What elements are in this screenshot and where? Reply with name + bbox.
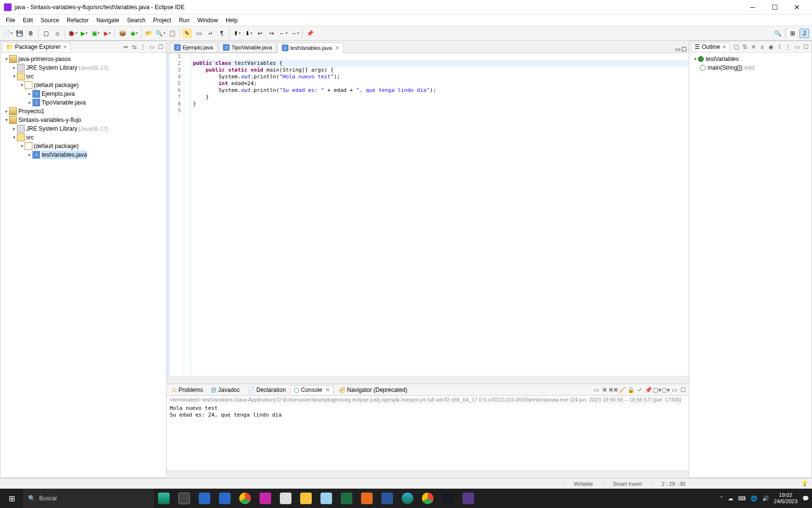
- close-icon[interactable]: ✕: [63, 44, 67, 50]
- editor-body[interactable]: 123456789 public class testVariables { p…: [167, 53, 689, 376]
- collapse-all-icon[interactable]: ⇔: [122, 43, 130, 51]
- menu-navigate[interactable]: Navigate: [92, 16, 123, 25]
- java-file[interactable]: Ejemplo.java: [42, 90, 75, 98]
- tab-problems[interactable]: ⚠ Problems: [169, 386, 206, 394]
- system-tray[interactable]: ˄ ☁ ⌨ 🌐 🔊 19:02 24/6/2023 💬: [720, 492, 812, 505]
- external-tools-button[interactable]: ▶: [102, 29, 112, 38]
- start-button[interactable]: ⊞: [0, 489, 23, 508]
- sort-icon[interactable]: ⇅: [741, 43, 749, 51]
- tray-chevron-icon[interactable]: ˄: [720, 495, 723, 502]
- expand-toggle[interactable]: ▾: [3, 55, 9, 63]
- clear-console-icon[interactable]: 🧹: [618, 386, 626, 394]
- tray-network-icon[interactable]: 🌐: [751, 495, 757, 502]
- project-name[interactable]: Sintaxis-variables-y-flujo: [18, 116, 81, 124]
- last-edit-button[interactable]: ↩: [255, 29, 265, 38]
- toggle-word-wrap-button[interactable]: ⤶: [205, 29, 215, 38]
- fold-gutter[interactable]: [184, 53, 191, 376]
- java-perspective-button[interactable]: J: [799, 29, 809, 38]
- taskbar-app-icon[interactable]: [255, 489, 276, 508]
- close-icon[interactable]: ✕: [325, 387, 330, 393]
- taskbar-eclipse-icon[interactable]: [458, 489, 478, 508]
- taskbar-notepad-icon[interactable]: [316, 489, 336, 508]
- java-file[interactable]: testVariables.java: [42, 150, 87, 159]
- forward-edit-button[interactable]: ↪: [267, 29, 276, 38]
- expand-toggle[interactable]: ▾: [11, 133, 17, 142]
- expand-toggle[interactable]: ▸: [11, 63, 17, 72]
- menu-file[interactable]: File: [2, 16, 19, 25]
- hide-local-icon[interactable]: l: [776, 43, 783, 51]
- open-console-button[interactable]: ▢: [41, 29, 51, 38]
- code-area[interactable]: public class testVariables { public stat…: [191, 53, 689, 376]
- debug-button[interactable]: 🐞: [68, 29, 77, 38]
- tab-declaration[interactable]: 📄 Declaration: [245, 386, 289, 394]
- open-console-icon[interactable]: ▢▾: [662, 386, 669, 394]
- menu-edit[interactable]: Edit: [19, 16, 37, 25]
- outline-method[interactable]: main(String[]): [708, 63, 742, 72]
- minimize-editor-icon[interactable]: ▭: [675, 46, 681, 53]
- minimize-panel-icon[interactable]: ▭: [148, 43, 156, 51]
- taskbar-explorer-icon[interactable]: [296, 489, 316, 508]
- expand-toggle[interactable]: ▾: [692, 55, 698, 63]
- package-name[interactable]: (default package): [34, 142, 79, 150]
- taskbar-excel-icon[interactable]: [336, 489, 357, 508]
- expand-toggle[interactable]: ▾: [3, 116, 9, 124]
- open-perspective-button[interactable]: ⊞: [788, 29, 798, 38]
- taskbar-word-icon[interactable]: [377, 489, 397, 508]
- skip-breakpoints-button[interactable]: ⦸: [53, 29, 62, 38]
- menu-run[interactable]: Run: [175, 16, 193, 25]
- menu-source[interactable]: Source: [37, 16, 63, 25]
- maximize-button[interactable]: ☐: [764, 0, 786, 15]
- open-task-button[interactable]: 📋: [167, 29, 177, 38]
- tip-icon[interactable]: 💡: [801, 480, 808, 487]
- menu-search[interactable]: Search: [123, 16, 149, 25]
- scroll-lock-icon[interactable]: 🔒: [627, 386, 635, 394]
- tray-notifications-icon[interactable]: 💬: [802, 495, 809, 502]
- outline-tree[interactable]: ▾testVariables main(String[]) : void: [689, 53, 812, 478]
- tab-javadoc[interactable]: @ Javadoc: [208, 386, 243, 394]
- expand-toggle[interactable]: ▸: [27, 150, 32, 159]
- taskbar-weather-icon[interactable]: [154, 489, 174, 508]
- expand-toggle[interactable]: ▸: [27, 98, 32, 107]
- editor-tab-testvariables[interactable]: JtestVariables.java✕: [277, 43, 344, 53]
- forward-button[interactable]: →: [290, 29, 300, 38]
- save-button[interactable]: 💾: [14, 29, 24, 38]
- expand-toggle[interactable]: ▾: [19, 81, 25, 90]
- project-name[interactable]: java-primeros-pasos: [18, 55, 71, 63]
- tab-navigator[interactable]: 🧭 Navigator (Deprecated): [335, 386, 410, 394]
- terminate-icon[interactable]: ▭: [592, 386, 600, 394]
- remove-all-icon[interactable]: ✖✖: [609, 386, 617, 394]
- menu-window[interactable]: Window: [193, 16, 222, 25]
- taskbar-taskview-icon[interactable]: [174, 489, 194, 508]
- taskbar-chrome-icon[interactable]: [418, 489, 438, 508]
- hide-static-icon[interactable]: s: [758, 43, 766, 51]
- expand-toggle[interactable]: ▸: [3, 107, 9, 116]
- tray-onedrive-icon[interactable]: ☁: [728, 495, 733, 502]
- tray-clock[interactable]: 19:02 24/6/2023: [774, 492, 798, 505]
- src-folder-name[interactable]: src: [26, 72, 34, 81]
- display-console-icon[interactable]: ▢▾: [653, 386, 661, 394]
- java-file[interactable]: TipoVariable.java: [42, 98, 86, 107]
- hide-fields-icon[interactable]: ✕: [750, 43, 757, 51]
- library-name[interactable]: JRE System Library: [26, 63, 77, 72]
- menu-project[interactable]: Project: [149, 16, 175, 25]
- tray-keyboard-icon[interactable]: ⌨: [738, 495, 746, 502]
- remove-launch-icon[interactable]: ✖: [601, 386, 609, 394]
- view-menu-icon[interactable]: ⋮: [139, 43, 147, 51]
- taskbar-search[interactable]: 🔍 Buscar: [23, 489, 154, 508]
- tray-volume-icon[interactable]: 🔊: [762, 495, 769, 502]
- expand-toggle[interactable]: ▸: [11, 124, 17, 133]
- search-button[interactable]: 🔍: [156, 29, 165, 38]
- quick-access-button[interactable]: 🔍: [773, 29, 783, 38]
- library-name[interactable]: JRE System Library: [26, 124, 77, 133]
- maximize-panel-icon[interactable]: ☐: [679, 386, 687, 394]
- package-name[interactable]: (default package): [34, 81, 79, 90]
- maximize-panel-icon[interactable]: ☐: [157, 43, 164, 51]
- editor-horizontal-scrollbar[interactable]: [167, 376, 689, 384]
- new-button[interactable]: 📄: [3, 29, 13, 38]
- pin-button[interactable]: 📌: [305, 29, 315, 38]
- taskbar-edge-icon[interactable]: [397, 489, 418, 508]
- expand-toggle[interactable]: ▾: [19, 142, 25, 150]
- view-menu-icon[interactable]: ⋮: [784, 43, 792, 51]
- maximize-editor-icon[interactable]: ☐: [682, 46, 687, 53]
- taskbar-chrome-icon[interactable]: [235, 489, 255, 508]
